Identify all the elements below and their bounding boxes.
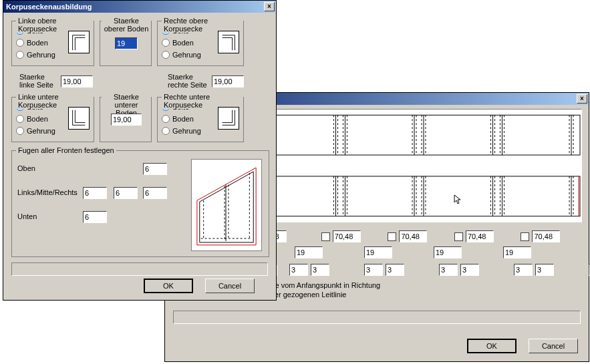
field-b-1[interactable] bbox=[364, 246, 392, 258]
field-staerke-rs[interactable] bbox=[212, 75, 244, 87]
group-fugen: Fugen aller Fronten festlegen Oben Links… bbox=[11, 150, 269, 257]
titlebar-front[interactable]: Korpuseckenausbildung × bbox=[3, 1, 276, 13]
hint-line-1: ngabe vom Anfangspunkt in Richtung bbox=[259, 281, 380, 289]
dialog-korpuseckenausbildung: Korpuseckenausbildung × Linke obere Korp… bbox=[3, 0, 277, 301]
field-c-4b[interactable] bbox=[535, 264, 554, 276]
group-staerke-unterer: Staerke unterer Boden bbox=[100, 97, 152, 142]
ok-button-back[interactable]: OK bbox=[467, 339, 517, 353]
field-c-1a[interactable] bbox=[289, 264, 308, 276]
close-icon[interactable]: × bbox=[264, 2, 275, 11]
label-staerke-ls-1: Staerke bbox=[19, 73, 45, 81]
field-c-3b[interactable] bbox=[460, 264, 479, 276]
field-c-2b[interactable] bbox=[386, 264, 404, 276]
label-oben: Oben bbox=[17, 164, 35, 172]
group-rechte-obere: Rechte obere Korpusecke Seite Boden Gehr… bbox=[157, 21, 244, 66]
field-a-4[interactable] bbox=[532, 230, 560, 242]
field-lmr-2[interactable] bbox=[114, 187, 138, 199]
label-unten: Unten bbox=[17, 212, 37, 220]
field-unten[interactable] bbox=[83, 211, 107, 223]
thumb-ro-icon bbox=[218, 31, 239, 53]
window-title-front: Korpuseckenausbildung bbox=[6, 3, 264, 11]
field-a-3[interactable] bbox=[466, 230, 494, 242]
label-staerke-ls-2: linke Seite bbox=[19, 81, 53, 89]
field-a-1[interactable] bbox=[333, 230, 361, 242]
preview-fugen bbox=[191, 159, 262, 251]
cancel-button-back[interactable]: Cancel bbox=[529, 339, 578, 353]
group-rechte-untere: Rechte untere Korpusecke Seite Boden Geh… bbox=[157, 97, 244, 142]
cancel-button-front[interactable]: Cancel bbox=[205, 279, 255, 293]
status-bar-back bbox=[173, 311, 581, 324]
row-c bbox=[259, 262, 582, 277]
label-staerke-rs-2: rechte Seite bbox=[168, 81, 207, 89]
group-linke-obere: Linke obere Korpusecke Seite Boden Gehru… bbox=[11, 21, 94, 66]
field-b-2[interactable] bbox=[434, 246, 462, 258]
field-staerke-unterer[interactable] bbox=[111, 114, 142, 126]
thumb-ru-icon bbox=[218, 107, 239, 130]
row-a bbox=[259, 230, 582, 245]
field-c-1b[interactable] bbox=[311, 264, 329, 276]
group-staerke-oberer: Staerke oberer Boden bbox=[100, 21, 152, 66]
group-linke-untere: Linke untere Korpusecke Seite Boden Gehr… bbox=[11, 97, 94, 142]
legend-so: Staerke oberer Boden bbox=[102, 17, 151, 33]
field-oben[interactable] bbox=[143, 163, 167, 175]
cabinet-plan-svg bbox=[259, 110, 581, 222]
field-a-2[interactable] bbox=[399, 230, 427, 242]
checkbox-a-3[interactable] bbox=[454, 232, 463, 241]
ok-button-front[interactable]: OK bbox=[144, 279, 193, 293]
field-b-3[interactable] bbox=[503, 246, 531, 258]
label-staerke-rs-1: Staerke bbox=[168, 73, 193, 81]
checkbox-a-1[interactable] bbox=[321, 232, 330, 241]
field-staerke-oberer[interactable] bbox=[115, 37, 138, 49]
field-staerke-ls[interactable] bbox=[61, 75, 93, 87]
thumb-lu-icon bbox=[68, 107, 90, 130]
preview-panel bbox=[259, 109, 582, 222]
svg-rect-0 bbox=[261, 115, 580, 155]
checkbox-a-4[interactable] bbox=[521, 232, 529, 241]
label-lmr: Links/Mitte/Rechts bbox=[17, 188, 78, 196]
field-lmr-3[interactable] bbox=[143, 187, 167, 199]
checkbox-a-2[interactable] bbox=[388, 232, 396, 241]
field-c-4a[interactable] bbox=[514, 264, 533, 276]
close-icon[interactable]: × bbox=[577, 94, 587, 104]
svg-rect-25 bbox=[261, 176, 580, 216]
field-c-2a[interactable] bbox=[364, 264, 383, 276]
field-c-3a[interactable] bbox=[439, 264, 458, 276]
legend-fugen: Fugen aller Fronten festlegen bbox=[16, 146, 116, 154]
field-lmr-1[interactable] bbox=[83, 187, 107, 199]
field-b-0[interactable] bbox=[295, 246, 323, 258]
row-b bbox=[295, 246, 582, 261]
thumb-lo-icon bbox=[68, 31, 90, 53]
status-bar-front bbox=[11, 262, 268, 276]
